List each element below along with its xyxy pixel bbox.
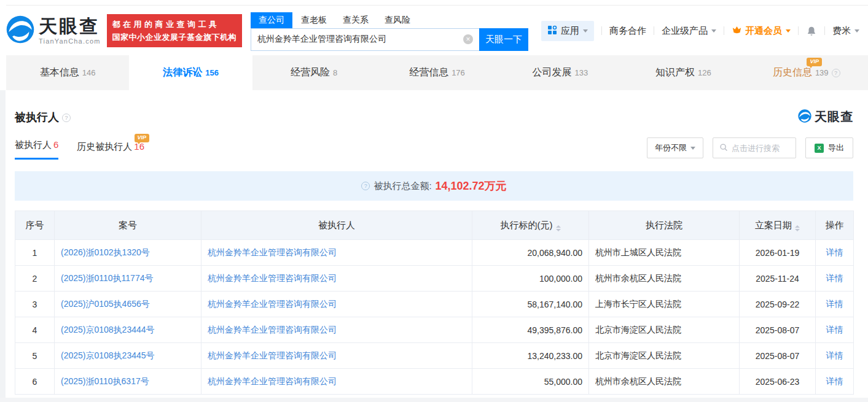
case-number-link[interactable]: (2025)沪0105执4656号 — [61, 299, 150, 309]
cell-executed-person-link: 杭州金羚羊企业管理咨询有限公司 — [201, 292, 472, 317]
col-execution-amount[interactable]: 执行标的(元) — [472, 211, 589, 240]
executed-person-link[interactable]: 杭州金羚羊企业管理咨询有限公司 — [208, 325, 337, 334]
brand-watermark: 天眼查 — [798, 109, 853, 125]
table-body: 1(2026)浙0102执1320号杭州金羚羊企业管理咨询有限公司20,068,… — [15, 240, 854, 395]
divider — [824, 26, 825, 35]
cell-row-index: 4 — [15, 317, 55, 343]
help-icon[interactable] — [62, 114, 71, 122]
case-number-link[interactable]: (2025)京0108执23445号 — [61, 350, 155, 360]
detail-link[interactable]: 详情 — [826, 247, 843, 257]
search-icon — [719, 143, 728, 153]
col-filing-date[interactable]: 立案日期 — [740, 211, 816, 240]
help-icon[interactable] — [832, 69, 840, 77]
cell-execution-amount: 49,395,876.00 — [472, 317, 589, 343]
header-nav: 应用 商务合作 企业级产品 开通会员 — [541, 21, 859, 41]
chevron-down-icon — [786, 29, 791, 33]
total-amount-label: 被执行总金额: — [373, 180, 431, 192]
executed-person-link[interactable]: 杭州金羚羊企业管理咨询有限公司 — [208, 350, 337, 360]
total-amount-banner: 被执行总金额: 14,102.72万元 — [15, 171, 853, 201]
cell-court-name: 杭州市余杭区人民法院 — [589, 266, 740, 292]
cell-executed-person-link: 杭州金羚羊企业管理咨询有限公司 — [201, 369, 472, 395]
export-button[interactable]: 导出 — [805, 137, 853, 158]
cell-detail-link: 详情 — [816, 266, 854, 292]
top-hairline — [6, 5, 868, 6]
executed-person-link[interactable]: 杭州金羚羊企业管理咨询有限公司 — [208, 299, 337, 309]
table-header-row: 序号 案号 被执行人 执行标的(元) 执行法院 立案日期 操作 — [15, 211, 854, 240]
company-tabbar: 基本信息 146 法律诉讼 156 经营风险 8 经营信息 176 公司发展 1… — [6, 55, 868, 90]
cell-executed-person-link: 杭州金羚羊企业管理咨询有限公司 — [201, 266, 472, 292]
executed-person-table: 序号 案号 被执行人 执行标的(元) 执行法院 立案日期 操作 1(2026)浙… — [15, 211, 854, 395]
user-menu[interactable]: 费米 — [832, 25, 859, 37]
table-row: 3(2025)沪0105执4656号杭州金羚羊企业管理咨询有限公司58,167,… — [15, 292, 854, 317]
cell-row-index: 1 — [15, 240, 55, 266]
tab-basic-info[interactable]: 基本信息 146 — [6, 55, 129, 90]
tab-company-development[interactable]: 公司发展 133 — [499, 55, 622, 90]
divider — [601, 26, 602, 35]
tab-search-relation[interactable]: 查关系 — [343, 12, 369, 28]
case-number-link[interactable]: (2025)京0108执23444号 — [61, 325, 155, 334]
executed-person-link[interactable]: 杭州金羚羊企业管理咨询有限公司 — [208, 273, 337, 283]
company-search-input[interactable] — [251, 34, 454, 44]
tianyancha-logo[interactable]: 天眼查 TianYanCha.com — [6, 15, 101, 46]
nav-enterprise-products[interactable]: 企业级产品 — [662, 25, 716, 37]
nav-open-membership[interactable]: 开通会员 — [732, 25, 791, 37]
chevron-down-icon — [854, 29, 859, 33]
executed-person-link[interactable]: 杭州金羚羊企业管理咨询有限公司 — [208, 247, 337, 257]
tab-search-company[interactable]: 查公司 — [251, 12, 292, 28]
help-icon[interactable] — [361, 182, 370, 190]
case-number-link[interactable]: (2025)浙0110执6317号 — [61, 376, 149, 386]
cell-executed-person-link: 杭州金羚羊企业管理咨询有限公司 — [201, 317, 472, 343]
tianyancha-logo-icon — [798, 109, 811, 125]
detail-link[interactable]: 详情 — [826, 325, 843, 334]
detail-link[interactable]: 详情 — [826, 376, 843, 386]
nav-business-cooperation[interactable]: 商务合作 — [609, 25, 646, 37]
apps-menu[interactable]: 应用 — [541, 21, 594, 41]
cell-filing-date: 2025-06-23 — [740, 369, 816, 395]
cell-row-index: 3 — [15, 292, 55, 317]
search-button[interactable]: 天眼一下 — [479, 28, 528, 51]
tab-business-risk[interactable]: 经营风险 8 — [252, 55, 375, 90]
clear-input-icon[interactable] — [463, 34, 473, 44]
sort-icon[interactable] — [556, 225, 561, 231]
notification-bell-icon[interactable] — [806, 25, 817, 37]
cell-court-name: 北京市海淀区人民法院 — [589, 343, 740, 369]
year-filter-dropdown[interactable]: 年份不限 — [647, 137, 703, 158]
list-search-input[interactable] — [732, 144, 793, 153]
cell-filing-date: 2025-08-07 — [740, 343, 816, 369]
tab-business-info[interactable]: 经营信息 176 — [375, 55, 498, 90]
executed-person-link[interactable]: 杭州金羚羊企业管理咨询有限公司 — [208, 376, 337, 386]
case-number-link[interactable]: (2026)浙0102执1320号 — [61, 247, 150, 257]
promo-slogan: 都在用的商业查询工具 国家中小企业发展子基金旗下机构 — [107, 14, 243, 48]
divider — [654, 26, 654, 35]
cell-case-number-link: (2025)浙0110执6317号 — [55, 369, 201, 395]
cell-detail-link: 详情 — [816, 317, 854, 343]
tab-legal-litigation[interactable]: 法律诉讼 156 — [129, 55, 252, 90]
case-number-link[interactable]: (2025)浙0110执11774号 — [61, 273, 153, 283]
chevron-down-icon — [583, 29, 588, 33]
cell-filing-date: 2025-11-24 — [740, 266, 816, 292]
tab-history-info[interactable]: 历史信息 VIP 139 — [745, 55, 868, 90]
cell-row-index: 2 — [15, 266, 55, 292]
subtab-executed-person[interactable]: 被执行人6 — [15, 139, 58, 160]
detail-link[interactable]: 详情 — [826, 299, 843, 309]
tab-intellectual-property[interactable]: 知识产权 126 — [622, 55, 745, 90]
col-action: 操作 — [816, 211, 854, 240]
brand-watermark-label: 天眼查 — [815, 109, 853, 125]
subtab-history-executed-person[interactable]: 历史被执行人16 VIP — [77, 141, 144, 160]
promo-line2: 国家中小企业发展子基金旗下机构 — [112, 31, 237, 44]
bottom-strip — [0, 398, 868, 402]
chevron-down-icon — [690, 147, 695, 150]
table-row: 5(2025)京0108执23445号杭州金羚羊企业管理咨询有限公司13,240… — [15, 343, 854, 369]
cell-execution-amount: 20,068,940.00 — [472, 240, 589, 266]
col-executed-person: 被执行人 — [201, 211, 472, 240]
tab-search-boss[interactable]: 查老板 — [301, 12, 327, 28]
excel-icon — [815, 144, 824, 153]
list-search-box[interactable] — [713, 137, 796, 158]
detail-link[interactable]: 详情 — [826, 350, 843, 360]
sort-icon[interactable] — [795, 225, 800, 231]
cell-court-name: 杭州市余杭区人民法院 — [589, 369, 740, 395]
detail-link[interactable]: 详情 — [826, 273, 843, 283]
divider — [798, 26, 799, 35]
tab-search-risk[interactable]: 查风险 — [385, 12, 410, 28]
cell-detail-link: 详情 — [816, 240, 854, 266]
